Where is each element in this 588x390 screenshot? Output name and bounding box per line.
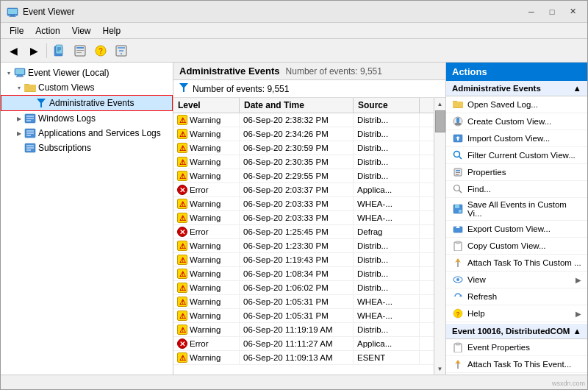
scroll-thumb[interactable] xyxy=(435,110,445,132)
menu-view[interactable]: View xyxy=(66,24,97,38)
action-item[interactable]: Save All Events in Custom Vi... xyxy=(446,198,587,221)
cell-extra xyxy=(420,225,431,238)
action-item[interactable]: Copy Custom View... xyxy=(446,238,587,255)
tree-app-services[interactable]: ▶ Applications and Services Logs xyxy=(1,126,173,141)
window-title: Event Viewer xyxy=(23,7,523,17)
back-button[interactable]: ◀ xyxy=(4,41,23,60)
cell-level: ⚠Warning xyxy=(173,169,240,182)
custom-views-toggle[interactable]: ▾ xyxy=(14,82,24,93)
col-date[interactable]: Date and Time xyxy=(240,98,354,113)
svg-marker-40 xyxy=(179,83,188,92)
help-button[interactable]: ? xyxy=(91,41,110,60)
title-bar: Event Viewer ─ □ ✕ xyxy=(1,1,587,23)
action-icon xyxy=(452,203,464,215)
cell-level: ⚠Warning xyxy=(173,113,240,127)
warning-icon: ⚠ xyxy=(177,143,187,153)
action-label: Export Custom View... xyxy=(467,224,551,233)
table-row[interactable]: ⚠Warning06-Sep-20 2:29:55 PMDistrib... xyxy=(173,169,434,183)
action-icon xyxy=(452,358,464,370)
action-item[interactable]: Event Properties xyxy=(446,339,587,356)
services-icon xyxy=(24,127,36,139)
cell-extra xyxy=(420,323,431,336)
table-row[interactable]: ⚠Warning06-Sep-20 11:09:13 AMESENT xyxy=(173,351,434,365)
cell-extra xyxy=(420,351,431,364)
forward-button[interactable]: ▶ xyxy=(24,41,43,60)
properties-button[interactable] xyxy=(71,41,90,60)
table-row[interactable]: ✕Error06-Sep-20 1:25:45 PMDefrag xyxy=(173,225,434,239)
open-log-button[interactable] xyxy=(50,41,69,60)
svg-rect-4 xyxy=(9,16,16,17)
menu-file[interactable]: File xyxy=(4,24,29,38)
action-item[interactable]: Create Custom View... xyxy=(446,113,587,130)
scroll-bar[interactable]: ▲ ▼ xyxy=(434,98,445,375)
action-item[interactable]: Find... xyxy=(446,181,587,198)
root-toggle[interactable]: ▾ xyxy=(4,68,14,78)
action-item[interactable]: View▶ xyxy=(446,272,587,288)
table-row[interactable]: ⚠Warning06-Sep-20 1:19:43 PMDistrib... xyxy=(173,253,434,267)
warning-icon: ⚠ xyxy=(177,297,187,307)
cell-extra xyxy=(420,281,431,294)
warning-icon: ⚠ xyxy=(177,325,187,335)
cell-source: Distrib... xyxy=(354,113,420,127)
cell-level: ⚠Warning xyxy=(173,141,240,155)
table-row[interactable]: ⚠Warning06-Sep-20 1:08:34 PMDistrib... xyxy=(173,267,434,281)
app-services-toggle[interactable]: ▶ xyxy=(14,128,24,138)
action-item[interactable]: Open Saved Log... xyxy=(446,96,587,113)
tree-root-item[interactable]: ▾ Event Viewer (Local) xyxy=(1,65,173,80)
table-row[interactable]: ⚠Warning06-Sep-20 2:30:35 PMDistrib... xyxy=(173,155,434,169)
svg-line-51 xyxy=(459,157,462,160)
level-text: Warning xyxy=(190,171,220,180)
main-content: ▾ Event Viewer (Local) ▾ xyxy=(1,63,587,375)
level-text: Warning xyxy=(190,325,220,334)
table-row[interactable]: ⚠Warning06-Sep-20 2:34:26 PMDistrib... xyxy=(173,127,434,141)
panel-count: Number of events: 9,551 xyxy=(286,66,382,77)
minimize-button[interactable]: ─ xyxy=(523,4,540,19)
middle-panel: Administrative Events Number of events: … xyxy=(173,63,446,375)
table-row[interactable]: ⚠Warning06-Sep-20 11:19:19 AMDistrib... xyxy=(173,323,434,337)
actions-collapse-admin[interactable]: ▲ xyxy=(573,84,581,93)
table-row[interactable]: ⚠Warning06-Sep-20 1:05:31 PMWHEA-... xyxy=(173,295,434,309)
action-item[interactable]: Attach Task To This Event... xyxy=(446,356,587,373)
action-item[interactable]: Properties xyxy=(446,164,587,181)
action-item[interactable]: Filter Current Custom View... xyxy=(446,147,587,164)
menu-help[interactable]: Help xyxy=(97,24,127,38)
table-row[interactable]: ⚠Warning06-Sep-20 2:03:33 PMWHEA-... xyxy=(173,197,434,211)
cell-date: 06-Sep-20 2:38:32 PM xyxy=(240,113,354,127)
action-item[interactable]: Export Custom View... xyxy=(446,221,587,238)
col-level[interactable]: Level xyxy=(173,98,240,113)
table-row[interactable]: ⚠Warning06-Sep-20 1:05:31 PMWHEA-... xyxy=(173,309,434,323)
close-button[interactable]: ✕ xyxy=(564,4,581,19)
action-item[interactable]: Import Custom View... xyxy=(446,130,587,147)
level-text: Warning xyxy=(190,353,220,362)
tree-admin-events[interactable]: Administrative Events xyxy=(1,95,173,111)
table-row[interactable]: ⚠Warning06-Sep-20 1:06:02 PMDistrib... xyxy=(173,281,434,295)
windows-logs-toggle[interactable]: ▶ xyxy=(14,113,24,124)
table-row[interactable]: ⚠Warning06-Sep-20 2:30:59 PMDistrib... xyxy=(173,141,434,155)
table-row[interactable]: ✕Error06-Sep-20 2:03:37 PMApplica... xyxy=(173,183,434,197)
action-label: Open Saved Log... xyxy=(467,100,538,109)
table-row[interactable]: ✕Error06-Sep-20 11:11:27 AMApplica... xyxy=(173,337,434,351)
menu-action[interactable]: Action xyxy=(29,24,65,38)
tree-windows-logs[interactable]: ▶ Windows Logs xyxy=(1,111,173,126)
table-row[interactable]: ⚠Warning06-Sep-20 1:23:30 PMDistrib... xyxy=(173,239,434,253)
scroll-up[interactable]: ▲ xyxy=(434,98,446,110)
events-table[interactable]: Level Date and Time Source ⚠Warning06-Se… xyxy=(173,98,434,375)
filter-button[interactable] xyxy=(112,41,131,60)
action-item[interactable]: Refresh xyxy=(446,288,587,305)
action-item[interactable]: Attach Task To This Custom ... xyxy=(446,255,587,272)
tree-subscriptions[interactable]: Subscriptions xyxy=(1,141,173,155)
level-text: Warning xyxy=(190,241,220,250)
cell-level: ✕Error xyxy=(173,337,240,350)
maximize-button[interactable]: □ xyxy=(543,4,561,19)
cell-level: ⚠Warning xyxy=(173,295,240,308)
table-row[interactable]: ⚠Warning06-Sep-20 2:38:32 PMDistrib... xyxy=(173,113,434,127)
col-source[interactable]: Source xyxy=(354,98,420,113)
svg-line-57 xyxy=(459,191,462,194)
cell-source: Distrib... xyxy=(354,267,420,280)
table-row[interactable]: ⚠Warning06-Sep-20 2:03:33 PMWHEA-... xyxy=(173,211,434,225)
action-item[interactable]: ?Help▶ xyxy=(446,305,587,322)
scroll-down[interactable]: ▼ xyxy=(434,363,446,375)
cell-source: WHEA-... xyxy=(354,211,420,224)
actions-collapse-event[interactable]: ▲ xyxy=(573,327,581,336)
tree-custom-views[interactable]: ▾ Custom Views xyxy=(1,80,173,95)
